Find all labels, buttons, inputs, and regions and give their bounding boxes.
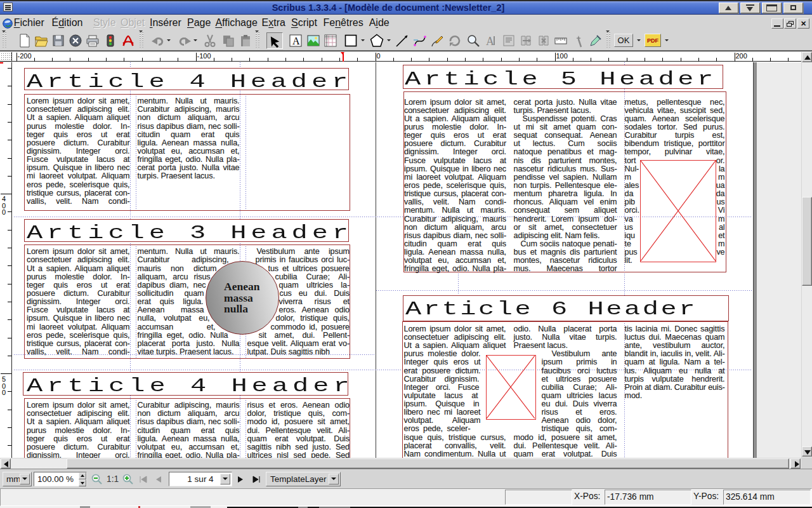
svg-text:A: A (292, 36, 300, 46)
svg-text:A: A (486, 35, 494, 48)
